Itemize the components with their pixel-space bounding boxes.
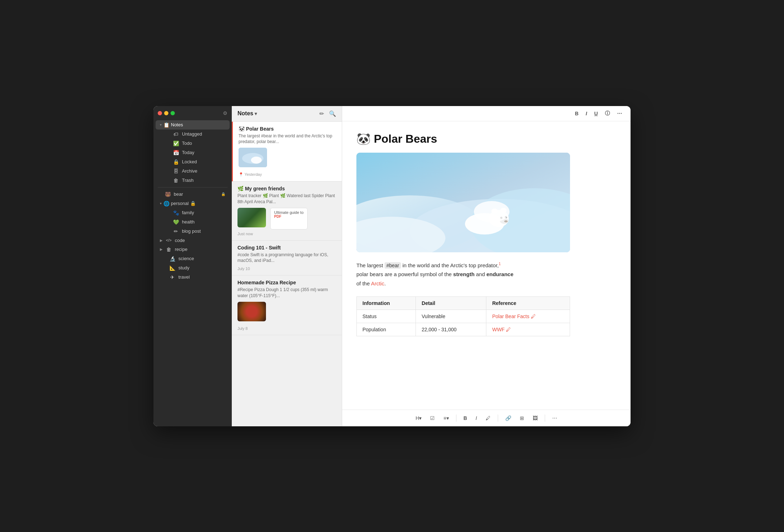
note-card-pizza-title: Homemade Pizza Recipe (237, 280, 336, 285)
table-button[interactable]: ⊞ (517, 414, 527, 423)
main-scroll[interactable]: 🐼 Polar Bears (342, 121, 631, 410)
sidebar-item-todo[interactable]: ✅ Todo (168, 139, 230, 148)
bottom-toolbar: H▾ ☑ ≡▾ B I 🖊 🔗 ⊞ 🖼 ⋯ (342, 410, 631, 426)
pdf-sublabel-text: PDF (274, 215, 304, 218)
sidebar-item-study[interactable]: x 📐 study (156, 263, 230, 273)
sidebar-item-travel[interactable]: x ✈ travel (156, 273, 230, 282)
note-list: Notes ▾ ✏ 🔍 🐼 Polar Bears The largest #b… (232, 106, 342, 426)
sidebar-item-locked[interactable]: 🔒 Locked (168, 157, 230, 167)
body-text-6: . (384, 280, 386, 286)
sidebar-item-archive[interactable]: 🗄 Archive (168, 167, 230, 176)
more-format-button[interactable]: ⋯ (549, 414, 560, 423)
family-icon: 🐾 (173, 210, 179, 216)
info-button[interactable]: ⓘ (603, 110, 611, 117)
underline-button[interactable]: U (593, 110, 599, 117)
note-list-chevron: ▾ (255, 111, 257, 116)
svg-point-14 (500, 217, 502, 219)
bold-button[interactable]: B (574, 110, 580, 117)
lock-small-icon-2: 🔒 (190, 201, 196, 206)
body-text-1: The largest (356, 262, 385, 268)
sidebar-item-trash[interactable]: 🗑 Trash (168, 176, 230, 185)
search-button[interactable]: 🔍 (329, 110, 336, 117)
traffic-lights (158, 111, 175, 115)
body-link-arctic[interactable]: Arctic (371, 280, 385, 286)
note-body: The largest #bear in the world and the A… (356, 261, 616, 288)
note-list-title-text: Notes (237, 110, 253, 117)
maximize-button[interactable] (171, 111, 175, 115)
toolbar-separator-2 (498, 415, 498, 422)
polar-hero-svg (356, 153, 570, 252)
note-card-coding-101[interactable]: Coding 101 - Swift #code Swift is a prog… (232, 241, 342, 276)
sidebar-item-family[interactable]: 🐾 family (168, 208, 230, 217)
highlight-button[interactable]: 🖊 (483, 414, 493, 423)
bear-tag[interactable]: #bear (385, 262, 401, 269)
note-card-coding-101-date: July 10 (237, 267, 336, 271)
personal-icon: 🌐 (163, 201, 169, 206)
sidebar-item-recipe[interactable]: ▶ 🗑 recipe (156, 245, 230, 254)
sidebar-item-health[interactable]: 💚 health (168, 217, 230, 227)
note-title: 🐼 Polar Bears (356, 132, 616, 146)
table-header-info: Information (357, 297, 416, 310)
sidebar-personal-label: personal (171, 201, 189, 206)
app-window: ⚙ ▾ 📋 Notes 🏷 Untagged ✅ Todo 📅 Today 🔒 (153, 106, 631, 426)
polar-bear-thumbnail-svg (239, 148, 267, 167)
sidebar-item-code[interactable]: ▶ </> code (156, 236, 230, 245)
sidebar-today-label: Today (182, 150, 194, 155)
body-bold-endurance: endurance (486, 271, 513, 277)
link-button[interactable]: 🔗 (502, 414, 514, 423)
note-list-actions: ✏ 🔍 (319, 110, 336, 117)
more-options-button[interactable]: ⋯ (616, 110, 623, 117)
sidebar-item-personal[interactable]: ▾ 🌐 personal 🔒 (156, 199, 230, 208)
table-cell-status-ref[interactable]: Polar Bear Facts 🖊 (486, 310, 570, 323)
sidebar-item-untagged[interactable]: 🏷 Untagged (168, 130, 230, 139)
sidebar-item-bear[interactable]: ▾ 🐻 bear 🔒 (156, 190, 230, 199)
note-list-scroll[interactable]: 🐼 Polar Bears The largest #bear in the w… (232, 122, 342, 426)
sidebar-item-notes[interactable]: ▾ 📋 Notes (156, 120, 230, 130)
note-card-green-friends-title: 🌿 My green friends (237, 186, 336, 191)
status-ref-text: Polar Bear Facts 🖊 (492, 314, 535, 319)
list-button[interactable]: ≡▾ (440, 414, 451, 423)
image-button[interactable]: 🖼 (530, 414, 540, 423)
italic-format-button[interactable]: I (473, 414, 480, 423)
sidebar-notes-label: Notes (171, 122, 183, 127)
table-cell-population-ref[interactable]: WWF 🖊 (486, 323, 570, 336)
body-text-5: of the (356, 280, 371, 286)
chevron-down-icon: ▾ (160, 123, 162, 127)
sidebar-recipe-label: recipe (175, 247, 187, 252)
bear-icon: 🐻 (164, 191, 171, 197)
toolbar-separator-1 (456, 415, 456, 422)
sidebar-divider-1 (158, 187, 228, 188)
checkbox-button[interactable]: ☑ (427, 414, 438, 423)
new-note-button[interactable]: ✏ (319, 110, 324, 117)
note-card-green-friends-images: Ultimate guide to PDF (237, 208, 336, 230)
filter-icon[interactable]: ⚙ (223, 110, 228, 116)
minimize-button[interactable] (164, 111, 168, 115)
polar-bears-date-text: Yesterday (245, 172, 262, 177)
sidebar-item-blog-post[interactable]: ✏ blog post (168, 227, 230, 236)
note-card-pizza[interactable]: Homemade Pizza Recipe #Recipe Pizza Doug… (232, 275, 342, 335)
note-card-green-friends-pdf: Ultimate guide to PDF (270, 208, 308, 230)
sidebar-locked-label: Locked (182, 159, 197, 164)
note-list-header: Notes ▾ ✏ 🔍 (232, 106, 342, 122)
bold-format-button[interactable]: B (461, 414, 470, 423)
note-card-polar-bears[interactable]: 🐼 Polar Bears The largest #bear in the w… (232, 122, 342, 182)
note-card-green-friends[interactable]: 🌿 My green friends Plant tracker 🌿 Plant… (232, 181, 342, 241)
body-bold-strength: strength (453, 271, 475, 277)
note-card-pizza-image (237, 302, 266, 321)
italic-button[interactable]: I (584, 110, 589, 117)
close-button[interactable] (158, 111, 162, 115)
sidebar-study-label: study (178, 265, 189, 270)
heading-button[interactable]: H▾ (413, 414, 424, 423)
note-card-green-friends-preview: Plant tracker 🌿 Plant 🌿 Watered last Spi… (237, 193, 336, 205)
sidebar-item-today[interactable]: 📅 Today (168, 148, 230, 157)
recipe-icon: 🗑 (166, 247, 172, 252)
notes-icon: 📋 (163, 122, 169, 128)
note-card-polar-bears-image (239, 148, 267, 167)
sidebar-item-science[interactable]: x 🔬 science (156, 254, 230, 263)
health-icon: 💚 (173, 219, 179, 225)
sidebar: ⚙ ▾ 📋 Notes 🏷 Untagged ✅ Todo 📅 Today 🔒 (153, 106, 232, 426)
main-content: B I U ⓘ ⋯ 🐼 Polar Bears (342, 106, 631, 426)
sidebar-family-label: family (182, 210, 194, 215)
footnote-1: 1 (499, 262, 501, 266)
pdf-label-text: Ultimate guide to (274, 210, 304, 215)
